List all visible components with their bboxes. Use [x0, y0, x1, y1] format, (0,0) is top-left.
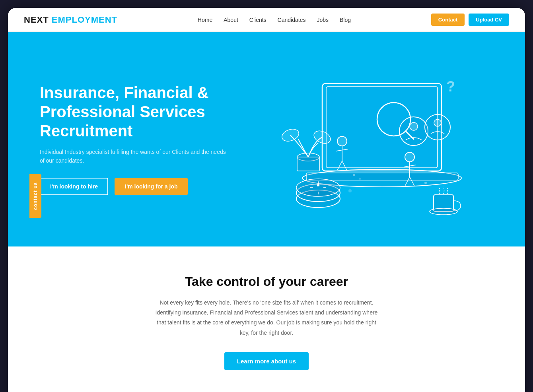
hero-illustration: ? [231, 56, 493, 223]
looking-to-hire-button[interactable]: I'm looking to hire [40, 178, 108, 195]
nav-jobs[interactable]: Jobs [317, 17, 329, 23]
svg-point-38 [424, 182, 427, 184]
nav-blog[interactable]: Blog [340, 17, 351, 23]
contact-button[interactable]: Contact [431, 14, 465, 26]
contact-side-tab[interactable]: contact us [29, 174, 41, 218]
svg-point-6 [410, 122, 418, 130]
svg-point-23 [280, 127, 301, 143]
hero-svg: ? [251, 56, 473, 223]
svg-rect-22 [297, 157, 319, 171]
svg-point-37 [359, 178, 361, 180]
hero-section: Insurance, Financial & Professional Serv… [8, 32, 525, 246]
svg-point-5 [399, 117, 428, 146]
career-section: Take control of your career Not every ke… [8, 246, 525, 392]
nav-links: Home About Clients Candidates Jobs Blog [198, 16, 351, 23]
svg-point-11 [337, 136, 347, 146]
navbar: NEXT EMPLOYMENT Home About Clients Candi… [8, 8, 525, 32]
logo-employment: EMPLOYMENT [52, 15, 117, 25]
career-title: Take control of your career [24, 274, 509, 289]
svg-point-34 [430, 208, 457, 215]
nav-buttons: Contact Upload CV [431, 14, 509, 26]
hero-title: Insurance, Financial & Professional Serv… [40, 83, 231, 140]
svg-text:?: ? [446, 78, 455, 95]
hero-buttons: I'm looking to hire I'm looking for a jo… [40, 178, 231, 195]
nav-clients[interactable]: Clients [249, 17, 266, 23]
logo-next: NEXT [24, 15, 49, 25]
looking-for-job-button[interactable]: I'm looking for a job [115, 178, 188, 195]
svg-point-36 [353, 174, 355, 176]
svg-point-16 [405, 152, 414, 162]
hero-subtitle: Individual Industry specialist fulfillin… [40, 147, 231, 165]
svg-rect-3 [306, 173, 458, 180]
nav-about[interactable]: About [224, 17, 238, 23]
nav-home[interactable]: Home [198, 17, 212, 23]
browser-frame: NEXT EMPLOYMENT Home About Clients Candi… [8, 8, 525, 392]
svg-point-8 [434, 119, 441, 126]
svg-point-7 [425, 114, 450, 140]
nav-candidates[interactable]: Candidates [278, 17, 306, 23]
upload-cv-button[interactable]: Upload CV [469, 14, 509, 26]
logo: NEXT EMPLOYMENT [24, 15, 117, 25]
hero-content: Insurance, Financial & Professional Serv… [40, 83, 231, 196]
learn-more-button[interactable]: Learn more about us [224, 352, 309, 370]
svg-point-39 [348, 189, 352, 192]
career-description: Not every key fits every hole. There's n… [151, 298, 382, 338]
